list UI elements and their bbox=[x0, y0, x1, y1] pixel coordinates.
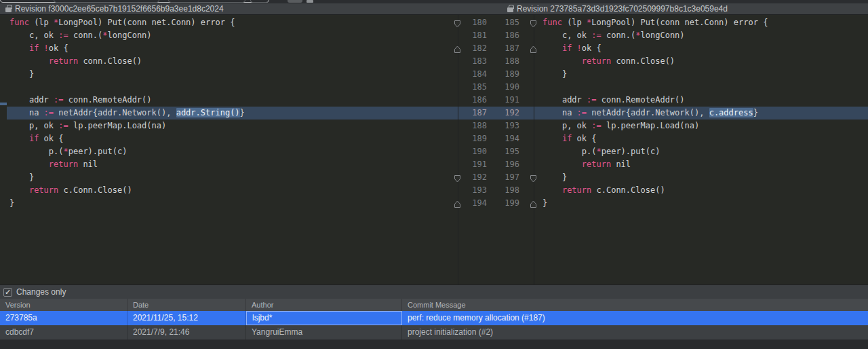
fold-start-icon[interactable] bbox=[454, 18, 461, 26]
line-number[interactable]: 197 bbox=[491, 171, 519, 184]
line-number[interactable]: 190 bbox=[491, 81, 519, 94]
code-line[interactable]: c, ok := conn.(*longConn) bbox=[542, 29, 768, 42]
line-number[interactable]: 188 bbox=[458, 120, 487, 132]
code-line[interactable]: } bbox=[542, 171, 768, 184]
line-number[interactable]: 191 bbox=[491, 94, 519, 107]
changes-only-bar: ✓ Changes only bbox=[0, 285, 868, 299]
code-line[interactable]: c, ok := conn.(*longConn) bbox=[9, 29, 245, 42]
date-cell[interactable]: 2021/7/9, 21:46 bbox=[127, 325, 246, 339]
fold-start-icon[interactable] bbox=[454, 173, 461, 181]
changed-word: addr.String() bbox=[176, 108, 240, 117]
diff-editor[interactable]: func (lp *LongPool) Put(conn net.Conn) e… bbox=[0, 15, 868, 285]
version-cell[interactable]: cdbcdf7 bbox=[0, 325, 127, 339]
line-number[interactable]: 181 bbox=[458, 29, 487, 42]
line-number[interactable]: 192 bbox=[491, 107, 519, 120]
line-number[interactable]: 199 bbox=[491, 197, 519, 210]
column-header-message[interactable]: Commit Message bbox=[402, 299, 868, 311]
code-line[interactable]: } bbox=[542, 197, 768, 210]
right-line-numbers[interactable]: 1851861871881891901911921931941951961971… bbox=[491, 16, 519, 210]
code-line[interactable]: } bbox=[9, 197, 245, 210]
version-cell[interactable]: 273785a bbox=[0, 311, 127, 325]
line-number[interactable]: 198 bbox=[491, 184, 519, 197]
diff-pane-headers: Revision f3000c2ee65ceb7b19152f6656b9a3e… bbox=[0, 3, 868, 15]
cut-combo-box bbox=[54, 0, 159, 3]
code-line[interactable]: p, ok := lp.peerMap.Load(na) bbox=[542, 120, 768, 132]
line-number[interactable]: 189 bbox=[458, 132, 487, 145]
code-line[interactable]: } bbox=[542, 68, 768, 81]
code-line[interactable]: return c.Conn.Close() bbox=[542, 184, 768, 197]
line-number[interactable]: 180 bbox=[458, 16, 487, 29]
code-line[interactable] bbox=[542, 81, 768, 94]
fold-end-icon[interactable] bbox=[530, 44, 537, 52]
line-number[interactable]: 182 bbox=[458, 42, 487, 55]
line-number[interactable]: 196 bbox=[491, 158, 519, 171]
code-line[interactable]: p.(*peer).put(c) bbox=[9, 145, 245, 158]
line-number[interactable]: 187 bbox=[458, 107, 487, 120]
changed-word: c.address bbox=[709, 108, 753, 117]
code-line[interactable]: return nil bbox=[9, 158, 245, 171]
code-line[interactable]: if !ok { bbox=[542, 42, 768, 55]
line-number[interactable]: 189 bbox=[491, 68, 519, 81]
revision-row[interactable]: 273785a2021/11/25, 15:12lsjbd*perf: redu… bbox=[0, 311, 868, 325]
line-number[interactable]: 192 bbox=[458, 171, 487, 184]
line-number[interactable]: 186 bbox=[491, 29, 519, 42]
line-number[interactable]: 185 bbox=[491, 16, 519, 29]
line-number[interactable]: 193 bbox=[458, 184, 487, 197]
code-line[interactable]: if ok { bbox=[542, 132, 768, 145]
commit-message-cell[interactable]: project initialization (#2) bbox=[402, 325, 868, 339]
code-line[interactable]: if !ok { bbox=[9, 42, 245, 55]
fold-end-icon[interactable] bbox=[454, 199, 461, 207]
left-code-pane[interactable]: func (lp *LongPool) Put(conn net.Conn) e… bbox=[9, 16, 245, 210]
code-line[interactable]: func (lp *LongPool) Put(conn net.Conn) e… bbox=[542, 16, 768, 29]
code-line[interactable]: return c.Conn.Close() bbox=[9, 184, 245, 197]
line-number[interactable]: 183 bbox=[458, 55, 487, 68]
line-number[interactable]: 186 bbox=[458, 94, 487, 107]
line-number[interactable]: 188 bbox=[491, 55, 519, 68]
fold-start-icon[interactable] bbox=[530, 18, 537, 26]
column-header-version[interactable]: Version bbox=[0, 299, 127, 311]
commit-message-cell[interactable]: perf: reduce memory allocation (#187) bbox=[402, 311, 868, 325]
fold-start-icon[interactable] bbox=[530, 173, 537, 181]
code-line[interactable]: addr := conn.RemoteAddr() bbox=[542, 94, 768, 107]
revision-row[interactable]: cdbcdf72021/7/9, 21:46YangruiEmmaproject… bbox=[0, 325, 868, 339]
date-cell[interactable]: 2021/11/25, 15:12 bbox=[127, 311, 246, 325]
code-line[interactable]: p.(*peer).put(c) bbox=[542, 145, 768, 158]
line-number[interactable]: 194 bbox=[491, 132, 519, 145]
line-number[interactable]: 190 bbox=[458, 145, 487, 158]
revision-history-table: Version Date Author Commit Message 27378… bbox=[0, 299, 868, 349]
code-line[interactable]: func (lp *LongPool) Put(conn net.Conn) e… bbox=[9, 16, 245, 29]
changes-only-checkbox[interactable]: ✓ bbox=[3, 288, 12, 297]
line-number[interactable]: 193 bbox=[491, 120, 519, 132]
code-line[interactable]: if ok { bbox=[9, 132, 245, 145]
line-number[interactable]: 195 bbox=[491, 145, 519, 158]
code-line[interactable]: p, ok := lp.peerMap.Load(na) bbox=[9, 120, 245, 132]
table-header-row: Version Date Author Commit Message bbox=[0, 299, 868, 311]
column-header-date[interactable]: Date bbox=[127, 299, 246, 311]
line-number[interactable]: 185 bbox=[458, 81, 487, 94]
code-line[interactable]: addr := conn.RemoteAddr() bbox=[9, 94, 245, 107]
gutter-divider-right bbox=[534, 15, 534, 285]
code-line[interactable]: na := netAddr{addr.Network(), c.address} bbox=[542, 107, 768, 120]
left-line-numbers[interactable]: 1801811821831841851861871881891901911921… bbox=[458, 16, 487, 210]
column-header-author[interactable]: Author bbox=[246, 299, 402, 311]
right-code-pane[interactable]: func (lp *LongPool) Put(conn net.Conn) e… bbox=[542, 16, 768, 210]
lock-icon bbox=[5, 7, 12, 12]
code-line[interactable]: } bbox=[9, 171, 245, 184]
author-cell[interactable]: lsjbd* bbox=[246, 311, 402, 325]
cut-combo-box bbox=[168, 0, 245, 3]
line-number[interactable]: 184 bbox=[458, 68, 487, 81]
fold-end-icon[interactable] bbox=[454, 44, 461, 52]
fold-end-icon[interactable] bbox=[530, 199, 537, 207]
code-line[interactable]: return conn.Close() bbox=[9, 55, 245, 68]
code-line[interactable] bbox=[9, 81, 245, 94]
line-number[interactable]: 191 bbox=[458, 158, 487, 171]
right-revision-title: Revision 273785a73d3d1923fc702509997b8c1… bbox=[517, 3, 728, 15]
code-line[interactable]: return nil bbox=[542, 158, 768, 171]
line-number[interactable]: 194 bbox=[458, 197, 487, 210]
author-cell[interactable]: YangruiEmma bbox=[246, 325, 402, 339]
code-line[interactable]: na := netAddr{addr.Network(), addr.Strin… bbox=[9, 107, 245, 120]
cut-button bbox=[288, 0, 302, 3]
code-line[interactable]: } bbox=[9, 68, 245, 81]
code-line[interactable]: return conn.Close() bbox=[542, 55, 768, 68]
line-number[interactable]: 187 bbox=[491, 42, 519, 55]
